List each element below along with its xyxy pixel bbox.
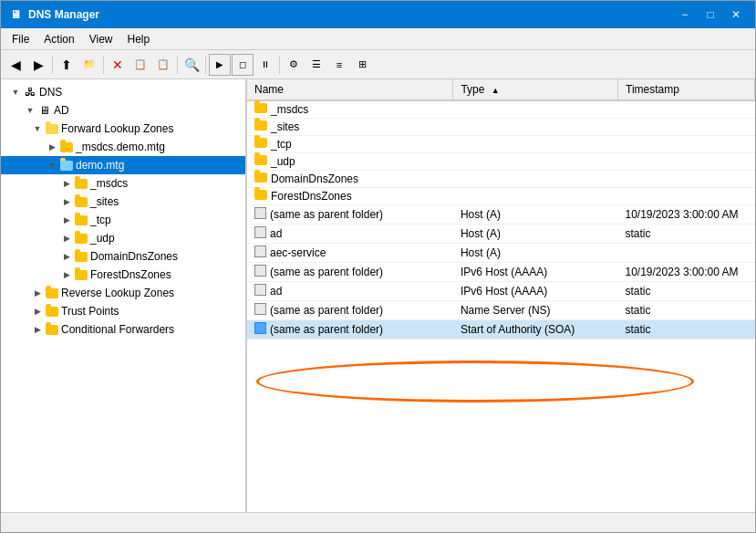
table-row[interactable]: _tcp [247, 136, 755, 153]
record-type: Name Server (NS) [453, 301, 618, 320]
toolbar-back[interactable]: ◀ [5, 54, 26, 76]
tree-expand-rlz[interactable]: ▶ [30, 286, 45, 300]
tree-expand-forestdns[interactable]: ▶ [59, 267, 74, 282]
record-timestamp: static [618, 301, 755, 320]
tree-item-trust-points[interactable]: ▶ Trust Points [1, 302, 245, 320]
table-row[interactable]: DomainDnsZones [247, 171, 755, 188]
tree-expand-msdcs[interactable]: ▶ [59, 176, 74, 191]
tree-item-domaindnszones[interactable]: ▶ DomainDnsZones [1, 247, 245, 266]
col-name[interactable]: Name [247, 79, 453, 100]
record-type: Start of Authority (SOA) [453, 320, 618, 340]
record-timestamp [618, 153, 755, 171]
tree-item-tcp[interactable]: ▶ _tcp [1, 211, 245, 229]
toolbar-btn-b[interactable]: ◻ [232, 54, 254, 76]
record-name: _sites [271, 120, 299, 133]
folder-icon [254, 155, 267, 168]
col-timestamp[interactable]: Timestamp [618, 79, 755, 100]
close-button[interactable]: ✕ [724, 5, 748, 24]
tree-label-rlz: Reverse Lookup Zones [61, 287, 174, 299]
toolbar-up[interactable]: ⬆ [56, 54, 78, 76]
rlz-icon [45, 286, 59, 300]
tree-item-msdcs-demo-mtg[interactable]: ▶ _msdcs.demo.mtg [1, 138, 245, 156]
table-row[interactable]: _msdcs [247, 100, 755, 119]
record-timestamp: static [618, 282, 755, 301]
record-timestamp [618, 119, 755, 136]
tree-expand-trust[interactable]: ▶ [30, 304, 45, 319]
toolbar-forward[interactable]: ▶ [27, 54, 49, 76]
main-content: ▼ 🖧 DNS ▼ 🖥 AD ▼ Forward Loo [1, 79, 755, 512]
tree-label-msdcs: _msdcs [90, 177, 128, 190]
demo-mtg-icon [59, 158, 74, 172]
tree-expand-dns[interactable]: ▼ [8, 85, 23, 99]
tree-view: ▼ 🖧 DNS ▼ 🖥 AD ▼ Forward Loo [1, 79, 245, 342]
domaindns-icon [74, 249, 88, 264]
record-timestamp: 10/19/2023 3:00:00 AM [618, 205, 755, 225]
tree-expand-cf[interactable]: ▶ [30, 322, 45, 337]
record-icon [254, 303, 266, 318]
tree-expand-udp[interactable]: ▶ [59, 231, 74, 246]
right-panel: Name Type ▲ Timestamp _msdcs_sites_tcp_u… [247, 79, 755, 340]
record-timestamp: 10/19/2023 3:00:00 AM [618, 263, 755, 282]
tree-label-udp: _udp [90, 232, 115, 245]
tree-expand-sites[interactable]: ▶ [59, 194, 74, 209]
table-row[interactable]: adHost (A)static [247, 225, 755, 244]
record-icon [254, 322, 266, 337]
tree-expand-demo-mtg[interactable]: ▼ [45, 158, 59, 172]
record-timestamp: static [618, 320, 755, 340]
maximize-button[interactable]: □ [699, 5, 722, 24]
tree-item-conditional-forwarders[interactable]: ▶ Conditional Forwarders [1, 320, 245, 339]
folder-icon [254, 120, 267, 133]
tree-item-msdcs[interactable]: ▶ _msdcs [1, 174, 245, 193]
tree-item-forestdnszones[interactable]: ▶ ForestDnsZones [1, 266, 245, 284]
table-row[interactable]: (same as parent folder)Name Server (NS)s… [247, 301, 755, 320]
menu-help[interactable]: Help [120, 31, 158, 47]
toolbar-btn-a[interactable]: ▶ [209, 54, 231, 76]
title-bar-left: 🖥 DNS Manager [8, 7, 99, 22]
forestdns-icon [74, 267, 88, 282]
table-row[interactable]: _sites [247, 119, 755, 136]
tree-expand-flz[interactable]: ▼ [30, 121, 45, 136]
toolbar-copy[interactable]: 📋 [129, 54, 151, 76]
folder-icon [254, 190, 267, 203]
table-row[interactable]: _udp [247, 153, 755, 171]
toolbar-list[interactable]: ☰ [306, 54, 327, 76]
tree-item-forward-lookup-zones[interactable]: ▼ Forward Lookup Zones [1, 120, 245, 138]
menu-file[interactable]: File [5, 31, 36, 47]
toolbar-delete[interactable]: ✕ [107, 54, 129, 76]
table-row[interactable]: aec-serviceHost (A) [247, 244, 755, 263]
tree-label-demo-mtg: demo.mtg [76, 159, 124, 172]
col-type[interactable]: Type ▲ [453, 79, 618, 100]
table-row[interactable]: (same as parent folder)Host (A)10/19/202… [247, 205, 755, 225]
tree-item-udp[interactable]: ▶ _udp [1, 229, 245, 247]
window-title: DNS Manager [28, 8, 99, 21]
tree-item-demo-mtg[interactable]: ▼ demo.mtg [1, 156, 245, 174]
record-name: (same as parent folder) [270, 208, 383, 221]
tree-expand-tcp[interactable]: ▶ [59, 213, 74, 227]
menu-action[interactable]: Action [36, 31, 81, 47]
record-type [453, 171, 618, 188]
table-row[interactable]: adIPv6 Host (AAAA)static [247, 282, 755, 301]
tree-item-sites[interactable]: ▶ _sites [1, 193, 245, 211]
table-row[interactable]: ForestDnsZones [247, 188, 755, 205]
record-name: ad [270, 285, 282, 298]
menu-view[interactable]: View [82, 31, 120, 47]
toolbar-show-scope[interactable]: 📁 [78, 54, 100, 76]
toolbar-details[interactable]: ≡ [328, 54, 350, 76]
toolbar-icons[interactable]: ⊞ [351, 54, 373, 76]
tree-item-ad[interactable]: ▼ 🖥 AD [1, 101, 245, 120]
minimize-button[interactable]: − [673, 5, 697, 24]
tree-label-ad: AD [54, 104, 69, 117]
toolbar-sep-5 [279, 56, 280, 74]
table-row[interactable]: (same as parent folder)Start of Authorit… [247, 320, 755, 340]
toolbar-btn-c[interactable]: ⏸ [254, 54, 276, 76]
toolbar-search[interactable]: 🔍 [181, 54, 202, 76]
toolbar-properties[interactable]: ⚙ [283, 54, 305, 76]
table-row[interactable]: (same as parent folder)IPv6 Host (AAAA)1… [247, 263, 755, 282]
tree-expand-ad[interactable]: ▼ [23, 103, 37, 118]
tree-item-dns[interactable]: ▼ 🖧 DNS [1, 83, 245, 101]
record-name: ad [270, 227, 282, 240]
tree-expand-msdcs-demo[interactable]: ▶ [45, 140, 59, 154]
tree-expand-domaindns[interactable]: ▶ [59, 249, 74, 264]
tree-item-reverse-lookup[interactable]: ▶ Reverse Lookup Zones [1, 284, 245, 302]
toolbar-paste[interactable]: 📋 [152, 54, 174, 76]
